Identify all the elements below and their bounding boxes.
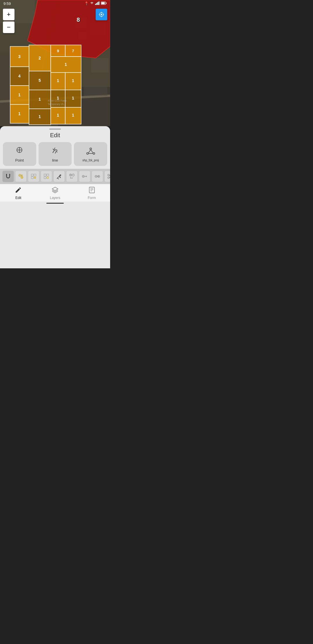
drag-handle[interactable]: [49, 129, 61, 130]
svg-marker-101: [98, 176, 99, 177]
move2-button[interactable]: [79, 171, 90, 182]
bottom-nav: Edit Layers For: [0, 184, 110, 202]
line-icon: [50, 146, 60, 156]
magnet-tool-button[interactable]: [2, 171, 14, 182]
tools-button[interactable]: [53, 171, 65, 182]
svg-rect-109: [89, 187, 94, 193]
svg-rect-2: [97, 2, 98, 5]
nav-form[interactable]: Form: [73, 184, 110, 202]
svg-line-87: [58, 178, 59, 179]
svg-point-94: [83, 176, 84, 177]
svg-rect-75: [31, 174, 33, 176]
svg-rect-82: [47, 174, 49, 176]
svg-point-103: [108, 177, 110, 179]
svg-rect-76: [31, 177, 33, 179]
svg-line-65: [91, 150, 93, 153]
layers-nav-label: Layers: [50, 196, 60, 200]
home-indicator: [46, 203, 64, 204]
svg-text:⚙: ⚙: [21, 175, 22, 176]
svg-line-64: [88, 150, 91, 153]
location-button[interactable]: [96, 9, 107, 20]
battery-icon: [101, 1, 107, 6]
svg-rect-1: [96, 3, 97, 5]
svg-line-107: [109, 176, 110, 178]
svg-rect-77: [34, 174, 36, 176]
line-label: line: [52, 158, 58, 162]
layers-nav-icon: [52, 187, 59, 195]
form-nav-icon: [88, 187, 95, 195]
edit-nav-icon: [15, 187, 22, 195]
edit-tools: Point line: [0, 142, 110, 166]
svg-rect-0: [95, 4, 96, 5]
point-icon: [15, 146, 24, 156]
svg-point-91: [72, 174, 74, 176]
map-background: [0, 0, 110, 126]
scissors-button[interactable]: [104, 171, 110, 182]
edit-nav-label: Edit: [15, 196, 21, 200]
edit-title: Edit: [0, 132, 110, 139]
toolbar-row: ⚙ ⚙: [0, 169, 110, 184]
svg-rect-80: [44, 174, 46, 176]
nav-layers[interactable]: Layers: [37, 184, 74, 202]
shp-icon: [86, 146, 95, 157]
svg-rect-5: [106, 3, 107, 4]
svg-marker-108: [52, 187, 58, 191]
svg-point-102: [108, 174, 110, 176]
svg-point-98: [96, 176, 97, 177]
move1-button[interactable]: [66, 171, 78, 182]
form-nav-label: Form: [88, 196, 96, 200]
svg-point-63: [93, 153, 95, 154]
point-tool-card[interactable]: Point: [3, 142, 36, 166]
svg-line-106: [109, 175, 110, 176]
zoom-out-button[interactable]: −: [3, 21, 14, 33]
node-settings-button[interactable]: ⚙: [15, 171, 27, 182]
shp-tool-card[interactable]: shp_fzk_proj: [74, 142, 107, 166]
move3-button[interactable]: [92, 171, 103, 182]
bottom-panel: Edit Point line: [0, 126, 110, 268]
node-edit-button[interactable]: ⚙: [28, 171, 39, 182]
svg-marker-96: [86, 176, 87, 177]
map-area[interactable]: 8 3 2 9 7 1 4 5 1 1 1 1 1 1: [0, 0, 110, 126]
status-time: 9:59: [3, 1, 11, 6]
status-icons: 📍: [84, 1, 107, 6]
svg-rect-3: [99, 1, 99, 5]
point-label: Point: [15, 158, 24, 162]
wifi-icon: [90, 1, 94, 6]
status-bar: 9:59 📍: [0, 0, 110, 7]
svg-rect-81: [44, 177, 46, 179]
svg-rect-88: [59, 176, 61, 178]
svg-point-61: [90, 148, 92, 150]
map-controls: + −: [3, 9, 14, 33]
shp-label: shp_fzk_proj: [82, 159, 99, 162]
svg-rect-6: [101, 2, 105, 4]
node-delete-button[interactable]: [41, 171, 52, 182]
svg-point-72: [21, 177, 22, 178]
svg-point-56: [101, 14, 102, 15]
svg-point-90: [70, 175, 71, 176]
svg-text:⚙: ⚙: [34, 177, 36, 179]
signal-icon: [95, 1, 100, 6]
line-tool-card[interactable]: line: [39, 142, 72, 166]
nav-edit[interactable]: Edit: [0, 184, 37, 202]
svg-point-62: [87, 153, 88, 154]
zoom-in-button[interactable]: +: [3, 9, 14, 20]
location-icon: 📍: [84, 1, 89, 6]
svg-point-70: [19, 175, 20, 176]
